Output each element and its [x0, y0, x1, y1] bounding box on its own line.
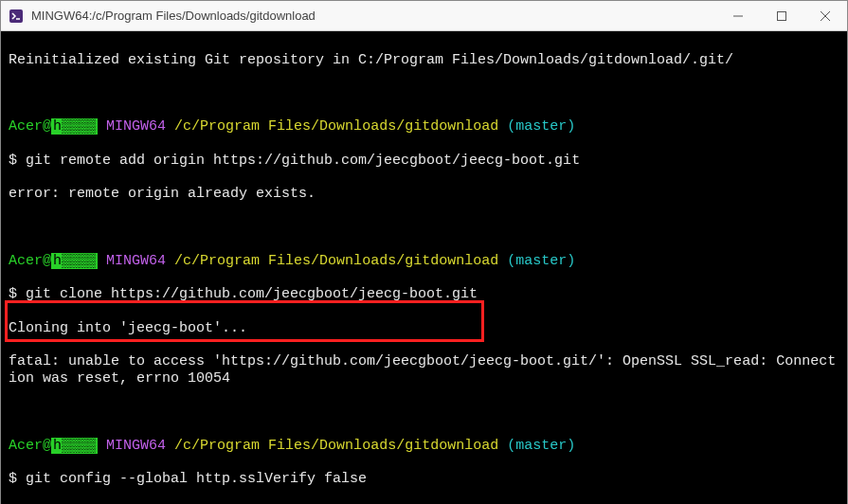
minimize-icon — [733, 11, 743, 21]
maximize-button[interactable] — [760, 1, 803, 31]
blank-line — [9, 404, 839, 421]
blank-line — [9, 220, 839, 237]
close-button[interactable] — [803, 1, 847, 31]
output-line: fatal: unable to access 'https://github.… — [9, 353, 839, 387]
svg-rect-3 — [778, 11, 786, 20]
maximize-icon — [777, 11, 786, 21]
ps1: $ — [9, 153, 17, 169]
branch-close: ) — [567, 118, 575, 135]
titlebar[interactable]: MINGW64:/c/Program Files/Downloads/gitdo… — [1, 1, 847, 31]
command-line: $ git config --global http.sslVerify fal… — [9, 471, 839, 488]
prompt-shell: MINGW64 — [106, 253, 166, 269]
window-title: MINGW64:/c/Program Files/Downloads/gitdo… — [31, 9, 316, 23]
prompt-line: Acer@h▒▒▒▒ MINGW64 /c/Program Files/Down… — [9, 253, 839, 270]
terminal-area[interactable]: Reinitialized existing Git repository in… — [1, 31, 847, 504]
prompt-path: /c/Program Files/Downloads/gitdownload — [174, 253, 498, 269]
command-text: git remote add origin https://github.com… — [26, 153, 580, 169]
output-line: Reinitialized existing Git repository in… — [9, 52, 839, 69]
command-text: git config --global http.sslVerify false — [26, 471, 367, 487]
prompt-shell: MINGW64 — [106, 438, 166, 454]
prompt-user: Acer — [9, 118, 43, 135]
blank-line — [9, 85, 839, 102]
prompt-branch: master — [515, 118, 567, 135]
branch-close: ) — [567, 438, 575, 454]
prompt-branch: master — [515, 253, 567, 269]
prompt-user: Acer — [9, 253, 43, 269]
ps1: $ — [9, 286, 17, 302]
prompt-branch: master — [515, 438, 567, 454]
prompt-path: /c/Program Files/Downloads/gitdownload — [174, 438, 498, 454]
terminal-app-icon — [9, 9, 24, 24]
command-line: $ git clone https://github.com/jeecgboot… — [9, 286, 839, 303]
prompt-shell: MINGW64 — [106, 118, 166, 135]
output-line: error: remote origin already exists. — [9, 186, 839, 203]
minimize-button[interactable] — [716, 1, 760, 31]
prompt-host: h▒▒▒▒ — [51, 253, 98, 269]
branch-close: ) — [567, 253, 575, 269]
prompt-user: Acer — [9, 438, 43, 454]
prompt-host: h▒▒▒▒ — [51, 118, 98, 135]
command-line: $ git remote add origin https://github.c… — [9, 153, 839, 170]
command-text: git clone https://github.com/jeecgboot/j… — [26, 286, 478, 302]
window-root: MINGW64:/c/Program Files/Downloads/gitdo… — [0, 0, 848, 504]
prompt-at: @ — [43, 253, 51, 269]
prompt-path: /c/Program Files/Downloads/gitdownload — [174, 118, 498, 135]
branch-open: ( — [507, 438, 515, 454]
prompt-at: @ — [43, 118, 51, 135]
ps1: $ — [9, 471, 17, 487]
prompt-at: @ — [43, 438, 51, 454]
output-line: Cloning into 'jeecg-boot'... — [9, 320, 839, 337]
branch-open: ( — [507, 253, 515, 269]
prompt-host: h▒▒▒▒ — [51, 438, 98, 454]
branch-open: ( — [507, 118, 515, 135]
prompt-line: Acer@h▒▒▒▒ MINGW64 /c/Program Files/Down… — [9, 438, 839, 455]
prompt-line: Acer@h▒▒▒▒ MINGW64 /c/Program Files/Down… — [9, 118, 839, 135]
close-icon — [821, 11, 830, 21]
